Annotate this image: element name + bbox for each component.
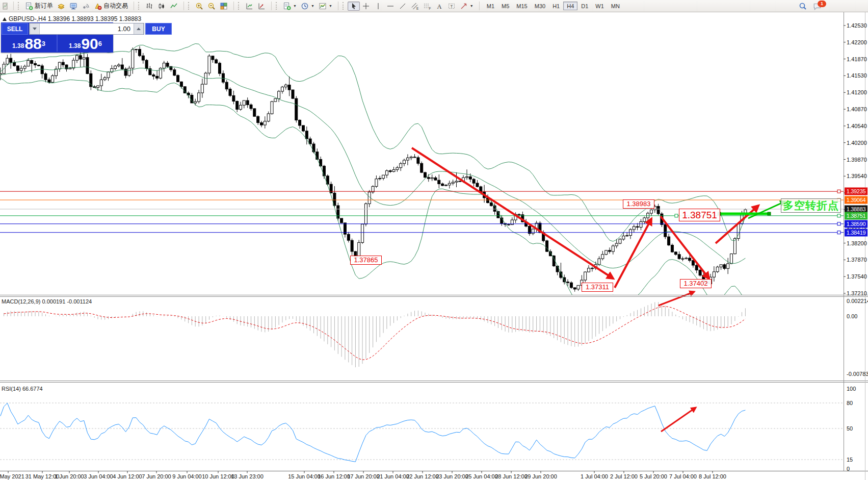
timeframe-m15[interactable]: M15 <box>513 2 531 10</box>
time-axis-label: 15 Jun 04:00 <box>288 473 321 479</box>
price-axis-label: 1.41530 <box>847 72 867 79</box>
auto-scroll-icon[interactable] <box>243 2 255 11</box>
fibo-icon: F <box>423 2 431 10</box>
dropdown-arrow-icon: ▼ <box>311 4 314 8</box>
terminal-icon[interactable] <box>67 2 80 11</box>
signals-icon[interactable] <box>80 2 92 11</box>
chart-title-text: GBPUSD-,H4 1.38396 1.38893 1.38395 1.388… <box>9 15 141 22</box>
text-label-button[interactable]: T <box>445 2 458 11</box>
price-axis-label: 1.41200 <box>847 89 867 95</box>
rsi-pane-label: RSI(14) 66.6774 <box>2 386 43 392</box>
shapes-icon <box>460 2 468 10</box>
price-annotation[interactable]: 1.38751 <box>679 209 720 221</box>
autotrade-button[interactable]: 自动交易 <box>92 2 130 11</box>
arrows-button[interactable]: ▼ <box>458 2 476 11</box>
timeframe-m1[interactable]: M1 <box>483 2 498 10</box>
toolbar-group: 新订单自动交易 <box>15 0 132 12</box>
bar-chart-icon[interactable] <box>143 2 155 11</box>
sell-button[interactable]: SELL <box>2 23 28 35</box>
horizontal-line-button[interactable] <box>384 2 397 11</box>
pc-icon <box>69 2 77 10</box>
trendline-button[interactable] <box>397 2 409 11</box>
textT-icon: T <box>448 2 456 10</box>
chart-partial-icon[interactable] <box>0 2 10 11</box>
chart-cut-icon <box>0 2 8 10</box>
rsi-line <box>1 403 746 462</box>
main-pane <box>0 44 844 307</box>
line-chart-icon[interactable] <box>168 2 180 11</box>
volume-decrease-button[interactable] <box>30 23 40 34</box>
sell-price-small: 1.38 <box>12 41 24 50</box>
time-axis-label: 4 Jun 12:00 <box>113 473 142 479</box>
line-icon <box>170 2 178 10</box>
text-button[interactable]: A <box>433 2 445 11</box>
group-grip-icon <box>276 2 279 10</box>
hline-icon <box>386 2 394 10</box>
vertical-line-button[interactable] <box>372 2 384 11</box>
sell-price[interactable]: 1.38883 <box>1 35 57 52</box>
price-axis-label: 1.40540 <box>847 123 867 129</box>
price-annotation[interactable]: 1.38983 <box>623 199 654 209</box>
timeframe-h4[interactable]: H4 <box>563 2 577 10</box>
rsi-axis-label: 0 <box>847 466 850 472</box>
time-axis-label: 1 Jul 04:00 <box>581 473 608 479</box>
toolbar-separator <box>338 2 338 10</box>
buy-button[interactable]: BUY <box>145 23 172 35</box>
price-tag: 1.39235 <box>845 188 867 195</box>
candles-layer <box>0 46 747 291</box>
svg-text:F: F <box>429 7 431 10</box>
doc-plus-icon <box>283 2 291 10</box>
sell-price-sup: 3 <box>42 41 45 46</box>
toolbar-group <box>136 0 182 12</box>
dropdown-arrow-icon: ▼ <box>293 4 297 8</box>
timeframe-mn[interactable]: MN <box>608 2 623 10</box>
price-tag: 1.38419 <box>845 229 867 236</box>
candle-chart-icon[interactable] <box>155 2 168 11</box>
tile-windows-icon[interactable] <box>218 2 230 11</box>
group-grip-icon <box>188 2 191 10</box>
zin-icon <box>195 2 203 10</box>
price-annotation[interactable]: 1.37311 <box>582 283 613 292</box>
equidistant-channel-button[interactable]: E <box>409 2 421 11</box>
collapse-arrow-icon[interactable] <box>3 17 7 21</box>
timeframe-m5[interactable]: M5 <box>498 2 513 10</box>
group-grip-icon <box>343 2 346 10</box>
toolbar-group <box>186 0 232 12</box>
toolbar-button-label: 新订单 <box>35 2 53 10</box>
price-tag: 1.39064 <box>845 196 867 204</box>
fibonacci-button[interactable]: F <box>421 2 433 11</box>
autotrade-icon <box>94 2 102 10</box>
chat-icon[interactable]: 1 <box>813 2 823 11</box>
toolbar-separator <box>13 2 14 10</box>
periods-button[interactable]: ▼ <box>299 2 317 11</box>
turning-point-note[interactable]: 多空转折点 <box>781 198 841 213</box>
svg-text:A: A <box>437 3 441 10</box>
volume-increase-button[interactable] <box>134 23 144 34</box>
templates-button[interactable]: ▼ <box>317 2 334 11</box>
indicators-button[interactable]: ▼ <box>281 2 299 11</box>
toolbar: 新订单自动交易▼▼▼EFAT▼M1M5M15M30H1H4D1W1MN 1 <box>0 0 868 12</box>
price-annotation[interactable]: 1.37865 <box>350 256 382 265</box>
price-annotation[interactable]: 1.37402 <box>680 279 712 288</box>
tline-icon <box>399 2 407 10</box>
crosshair-button[interactable] <box>360 2 372 11</box>
search-icon[interactable] <box>797 2 809 11</box>
price-axis-label: 1.37540 <box>847 273 867 280</box>
buy-price-small: 1.38 <box>69 41 81 50</box>
timeframe-w1[interactable]: W1 <box>592 2 608 10</box>
market-watch-icon[interactable] <box>55 2 67 11</box>
buy-price[interactable]: 1.38906 <box>58 35 113 52</box>
timeframe-m30[interactable]: M30 <box>531 2 549 10</box>
chart-shift-icon[interactable] <box>255 2 268 11</box>
toolbar-button-label: 自动交易 <box>103 2 128 10</box>
cursor-button[interactable] <box>348 2 360 11</box>
rsi-pane <box>0 403 844 462</box>
zoom-out-icon[interactable] <box>205 2 218 11</box>
macd-axis-label: -0.007831 <box>847 371 868 377</box>
timeframe-d1[interactable]: D1 <box>577 2 592 10</box>
zoom-in-icon[interactable] <box>193 2 205 11</box>
buy-price-big: 90 <box>81 37 98 50</box>
new-order-button[interactable]: 新订单 <box>23 2 55 11</box>
timeframe-h1[interactable]: H1 <box>549 2 563 10</box>
volume-input[interactable] <box>40 23 134 34</box>
